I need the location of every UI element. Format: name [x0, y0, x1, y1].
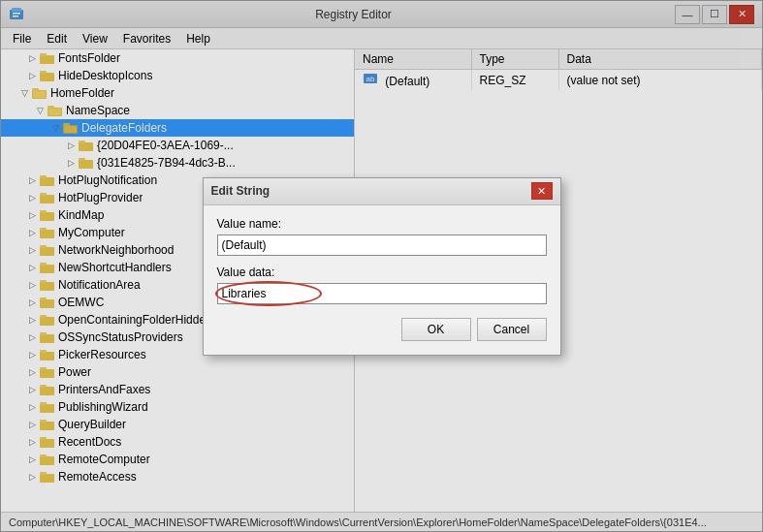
dialog-body: Value name: Value data: OK Cancel: [204, 205, 560, 355]
edit-string-dialog: Edit String ✕ Value name: Value data: OK…: [203, 177, 561, 356]
value-data-label: Value data:: [217, 266, 547, 279]
value-name-label: Value name:: [217, 217, 547, 231]
dialog-title: Edit String: [211, 184, 531, 198]
modal-overlay: Edit String ✕ Value name: Value data: OK…: [0, 0, 763, 532]
cancel-button[interactable]: Cancel: [477, 318, 547, 341]
dialog-close-button[interactable]: ✕: [531, 182, 553, 200]
value-data-container: [217, 283, 547, 314]
dialog-buttons: OK Cancel: [217, 318, 547, 341]
dialog-title-bar: Edit String ✕: [204, 178, 560, 205]
ok-button[interactable]: OK: [401, 318, 471, 341]
value-data-input[interactable]: [217, 283, 547, 304]
value-name-input[interactable]: [217, 235, 547, 256]
